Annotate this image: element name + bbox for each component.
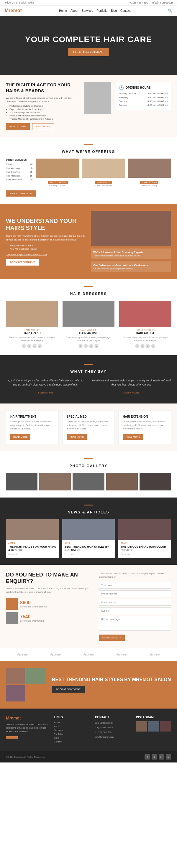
badge1-heading: We're 20 Years of Hair Dressing Experts [93, 251, 169, 254]
dresser-card-2: HAIR ARTIST HAIR ARTIST There are many v… [119, 301, 171, 348]
service-badge-2: HAIR CUTTING [140, 181, 158, 184]
dresser-role-2: HAIR ARTIST [119, 329, 171, 331]
dresser-name-1: HAIR ARTIST [63, 332, 115, 335]
gallery-item-2[interactable] [72, 473, 104, 491]
enquiry-submit-button[interactable]: SEND MESSAGE [99, 634, 125, 641]
gallery-item-1[interactable] [39, 473, 71, 491]
footer-link-4[interactable]: Blog [54, 737, 89, 739]
footer-linkedin-icon[interactable]: in [159, 754, 164, 760]
phone-text: +1 234 567 890 [129, 1, 148, 4]
pinterest-icon[interactable]: p [151, 344, 155, 348]
orange-line-gallery [84, 458, 93, 459]
footer-facebook-icon[interactable]: f [145, 754, 150, 760]
instagram-icon[interactable]: in [32, 344, 36, 348]
service-box-btn-1[interactable]: READ MORE [67, 434, 87, 440]
pinterest-icon[interactable]: p [94, 344, 98, 348]
instagram-icon[interactable]: in [146, 344, 150, 348]
service-card-desc-1: Style for everyone [82, 185, 125, 187]
stat-img-0 [6, 598, 18, 610]
insta-item-1[interactable] [148, 721, 159, 732]
service-card-0: HAIR COLORING Coloring at its best [36, 159, 79, 187]
nav-about[interactable]: About [70, 9, 78, 12]
opening-hours-title: 🕐 OPENING HOURS [119, 85, 168, 90]
twitter-icon[interactable]: t [140, 344, 145, 348]
footer-twitter-icon[interactable]: t [152, 754, 157, 760]
email-text: info@mremot.com [152, 1, 173, 4]
footer-bottom: © 2024 Mremot. All Rights Reserved. f t … [0, 751, 177, 763]
nav-portfolio[interactable]: Portfolio [96, 9, 107, 12]
insta-item-2[interactable] [160, 721, 171, 732]
partner-0: #envato [17, 653, 28, 656]
instagram-grid [136, 721, 171, 732]
service-box-1: SPECIAL MED Lorem ipsum dolor sit amet, … [62, 410, 115, 444]
twitter-icon[interactable]: t [84, 344, 88, 348]
nav-logo[interactable]: Mremot [5, 8, 22, 13]
understand-title: WE UNDERSTAND YOUR HAIRS STYLE [6, 217, 86, 231]
service-box-btn-2[interactable]: READ MORE [123, 434, 143, 440]
gallery-item-4[interactable] [140, 473, 171, 491]
news-title-1[interactable]: BEST TRENDING HAIR STYLES BY OUR SALON [65, 545, 113, 552]
read-more-button[interactable]: READ MORE [32, 123, 54, 130]
hero-book-button[interactable]: BOOK APPOINTMENT [68, 48, 109, 56]
facebook-icon[interactable]: f [22, 344, 26, 348]
stat-label-1: Lorem and their Sitting [20, 620, 44, 622]
cta-book-button[interactable]: BOOK APPOINTMENT [52, 686, 85, 693]
nav-blog[interactable]: Blog [111, 9, 117, 12]
enquiry-phone-input[interactable] [99, 590, 171, 597]
enquiry-email-input[interactable] [99, 599, 171, 606]
facebook-icon[interactable]: f [79, 344, 83, 348]
enquiry-subject-input[interactable] [99, 608, 171, 614]
facebook-icon[interactable]: f [135, 344, 139, 348]
understand-book-button[interactable]: BOOK APPOINTMENT [6, 259, 39, 266]
footer-link-3[interactable]: Portfolio [54, 733, 89, 735]
footer-link-5[interactable]: Contact [54, 740, 89, 743]
service-box-2: HAIR EXTENSION Lorem ipsum dolor sit ame… [118, 410, 171, 444]
insta-item-0[interactable] [136, 721, 147, 732]
footer-link-2[interactable]: Services [54, 729, 89, 732]
instagram-icon[interactable]: in [89, 344, 93, 348]
enquiry-message-textarea[interactable] [99, 616, 171, 631]
cta-text: BEST TRENDING HAIR STYLES BY MREMOT SALO… [52, 677, 171, 693]
service-boxes-section: HAIR TREATMENT Lorem ipsum dolor sit ame… [0, 403, 177, 451]
gallery-section: PHOTO GALLERY [0, 451, 177, 497]
twitter-icon[interactable]: t [27, 344, 31, 348]
footer-orange-bar [6, 736, 18, 739]
service-box-btn-0[interactable]: READ MORE [10, 434, 30, 440]
intro-heading: THE RIGHT PLACE FOR YOUR HAIRS & BEARDS [6, 82, 80, 93]
view-all-services-button[interactable]: VIEW ALL SERVICES [6, 190, 36, 196]
gallery-item-3[interactable] [106, 473, 138, 491]
footer-link-0[interactable]: Home [54, 721, 89, 724]
news-title-0[interactable]: THE RIGHT PLACE FOR YOUR HAIRS & BEARDS [8, 545, 56, 552]
haircut-button[interactable]: HAIR CUTTING [6, 123, 30, 130]
footer-contact-0: 123 Salon Street [95, 721, 130, 725]
service-box-desc-1: Lorem ipsum dolor sit amet, consectetur … [67, 420, 111, 431]
service-card-2: HAIR CUTTING Premium cutting [128, 159, 171, 187]
hours-row-3: Sunday 8:00 am to 5:00 pm [119, 104, 168, 106]
pinterest-icon[interactable]: p [38, 344, 42, 348]
nav-home[interactable]: Home [59, 9, 67, 12]
footer-link-1[interactable]: About [54, 725, 89, 728]
understand-link[interactable]: Call to book appointment and 456 6523 [6, 253, 86, 256]
cta-photo-1 [26, 668, 46, 684]
nav-contact[interactable]: Contact [120, 9, 130, 12]
service-item-0: Shave 10 [6, 163, 32, 166]
stat-img-1 [6, 612, 18, 624]
nav-services[interactable]: Services [82, 9, 93, 12]
dresser-img-0 [6, 301, 58, 327]
stat-0: 8600 Lorem and Creno Honour [6, 598, 93, 610]
stat-1: 7540 Lorem and their Sitting [6, 612, 93, 624]
news-card-0: ADMIN THE RIGHT PLACE FOR YOUR HAIRS & B… [6, 519, 59, 558]
partner-4: #envato [149, 653, 160, 656]
search-icon[interactable]: 🔍 [168, 8, 172, 13]
hours-row-2: Sunday 9:00 am to 5:00 pm [119, 100, 168, 102]
footer-instagram-icon[interactable]: ig [166, 754, 171, 760]
gallery-title: PHOTO GALLERY [6, 464, 171, 468]
testimonials-title: WHAT THEY SAY [6, 370, 171, 374]
gallery-item-0[interactable] [6, 473, 37, 491]
enquiry-name-input[interactable] [99, 582, 171, 589]
news-title-2[interactable]: THE FAMOUS BRAND HAIR COLOR RIQUSTE [121, 545, 169, 552]
dresser-img-2 [119, 301, 171, 327]
footer-contact-1: City, State 12345 [95, 726, 130, 730]
hero-section: YOUR COMPLETE HAIR CARE BOOK APPOINTMENT [0, 16, 177, 75]
badge-card-1: We're 20 Years of Hair Dressing Experts … [91, 248, 171, 259]
